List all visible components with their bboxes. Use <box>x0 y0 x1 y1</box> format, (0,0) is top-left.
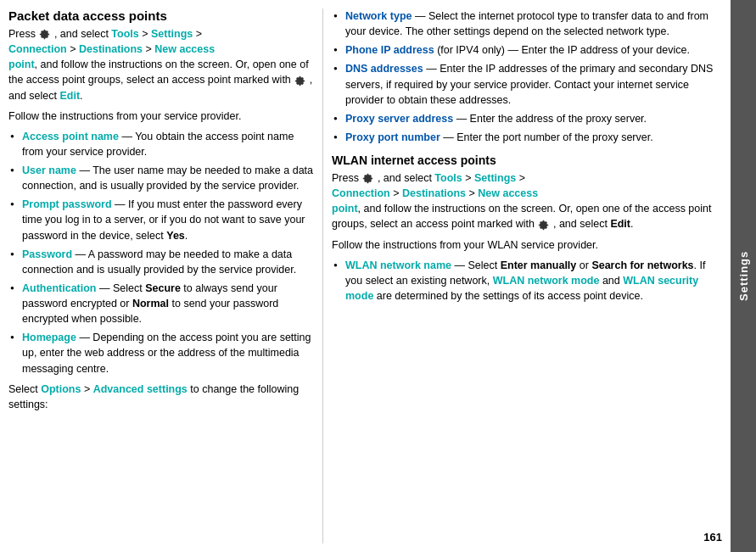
proxy-server-text: — Enter the address of the proxy server. <box>453 113 647 125</box>
phone-ip-text: (for IPV4 only) — Enter the IP address o… <box>434 44 690 56</box>
list-item: Access point name — You obtain the acces… <box>8 129 314 159</box>
gear-icon-4 <box>538 220 549 231</box>
list-item: WLAN network name — Select Enter manuall… <box>332 258 720 304</box>
left-title: Packet data access points <box>8 8 314 23</box>
left-intro: Press , and select Tools > Settings >Con… <box>8 26 314 103</box>
point-link: point <box>8 59 35 70</box>
dns-label: DNS addresses <box>345 63 423 75</box>
item-label-3: Password <box>22 248 72 260</box>
list-item: Prompt password — If you must enter the … <box>8 197 314 243</box>
select-options-text: Select Options > Advanced settings to ch… <box>8 382 314 412</box>
gear-icon-3 <box>362 173 373 184</box>
proxy-port-text: — Enter the port number of the proxy ser… <box>440 131 653 143</box>
left-column: Packet data access points Press , and se… <box>8 8 322 544</box>
left-list: Access point name — You obtain the acces… <box>8 129 314 376</box>
list-item: Password — A password may be needed to m… <box>8 247 314 277</box>
gear-icon <box>39 29 50 40</box>
press-text: Press <box>8 28 36 40</box>
wlan-intro: Press , and select Tools > Settings >Con… <box>332 170 720 232</box>
connection-link: Connection <box>8 43 67 55</box>
proxy-server-label: Proxy server address <box>345 113 453 125</box>
wlan-title: WLAN internet access points <box>332 153 720 167</box>
gear-icon-2 <box>294 75 305 86</box>
list-item: Proxy server address — Enter the address… <box>332 111 720 126</box>
phone-ip-label: Phone IP address <box>345 44 434 56</box>
list-item: DNS addresses — Enter the IP addresses o… <box>332 61 720 107</box>
item-label-0: Access point name <box>22 131 119 142</box>
item-label-4: Authentication <box>22 282 97 294</box>
list-item: Authentication — Select Secure to always… <box>8 281 314 326</box>
item-label-5: Homepage <box>22 332 76 343</box>
page-content: Packet data access points Press , and se… <box>0 0 731 552</box>
list-item: User name — The user name may be needed … <box>8 163 314 193</box>
follow-instructions: Follow the instructions from your servic… <box>8 109 314 124</box>
item-label-1: User name <box>22 164 76 176</box>
proxy-port-label: Proxy port number <box>345 131 440 143</box>
list-item: Homepage — Depending on the access point… <box>8 330 314 376</box>
settings-link: Settings <box>151 28 193 40</box>
and-select-text: , and select <box>54 28 111 40</box>
list-item: Network type — Select the internet proto… <box>332 8 720 39</box>
network-type-label: Network type <box>345 10 412 22</box>
right-list: Network type — Select the internet proto… <box>332 8 720 145</box>
sidebar-label: Settings <box>737 251 750 301</box>
wlan-network-name-label: WLAN network name <box>345 259 451 271</box>
page-number: 161 <box>703 531 722 544</box>
sidebar: Settings <box>731 0 756 552</box>
list-item: Phone IP address (for IPV4 only) — Enter… <box>332 42 720 58</box>
edit-link: Edit <box>59 90 80 102</box>
tools-link: Tools <box>111 28 138 40</box>
rest-text: , and follow the instructions on the scr… <box>8 59 309 86</box>
list-item: Proxy port number — Enter the port numbe… <box>332 130 720 145</box>
new-access-link: New access <box>154 43 215 55</box>
wlan-press: Press <box>332 172 361 184</box>
right-column: Network type — Select the internet proto… <box>322 8 720 544</box>
item-label-2: Prompt password <box>22 198 112 210</box>
destinations-link: Destinations <box>79 43 143 55</box>
wlan-follow: Follow the instructions from your WLAN s… <box>332 237 720 253</box>
wlan-list: WLAN network name — Select Enter manuall… <box>332 258 720 304</box>
